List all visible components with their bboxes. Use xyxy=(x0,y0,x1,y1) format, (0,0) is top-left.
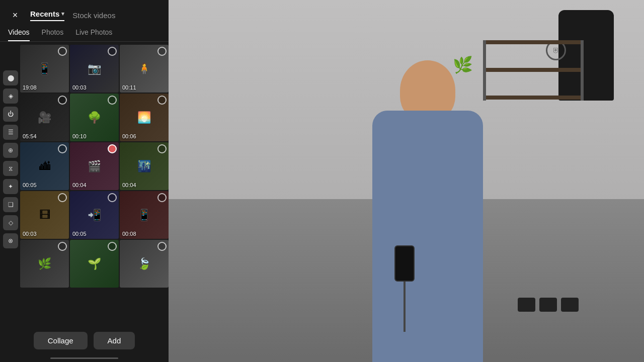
sidebar-icon-5[interactable]: ⧖ xyxy=(3,161,18,176)
thumb-duration-v3: 00:11 xyxy=(122,84,136,90)
thumb-duration-v4: 05:54 xyxy=(23,133,37,139)
thumb-select-v14[interactable] xyxy=(108,242,117,251)
sidebar-icon-6[interactable]: ✦ xyxy=(3,179,18,194)
phone-on-tripod xyxy=(394,245,415,282)
video-thumb-v15[interactable]: 🍃 xyxy=(120,240,169,288)
thumb-select-v8[interactable] xyxy=(108,144,117,153)
thumb-duration-v2: 00:03 xyxy=(72,84,87,90)
add-button[interactable]: Add xyxy=(94,332,135,349)
grid-row-3: 🏙00:05🎬00:04🌃00:04 xyxy=(20,142,169,190)
recents-dropdown[interactable]: Recents ▾ xyxy=(30,10,64,21)
tab-videos[interactable]: Videos xyxy=(8,28,30,41)
sidebar-icon-2[interactable]: ⏻ xyxy=(3,107,18,122)
thumb-select-v15[interactable] xyxy=(157,242,167,251)
recents-chevron-icon: ▾ xyxy=(61,11,64,17)
video-thumb-v4[interactable]: 🎥05:54 xyxy=(20,94,69,141)
thumb-duration-v5: 00:10 xyxy=(72,133,87,139)
thumb-duration-v1: 19:08 xyxy=(23,84,37,90)
thumb-duration-v9: 00:04 xyxy=(122,182,136,188)
person-body xyxy=(372,111,483,362)
media-tabs: Videos Photos Live Photos xyxy=(0,26,169,42)
thumb-select-v5[interactable] xyxy=(108,96,117,105)
grid-row-1: 📱19:08📷00:03🧍00:11 xyxy=(20,45,169,93)
sidebar-icon-7[interactable]: ❑ xyxy=(3,197,18,212)
grid-row-4: 🎞00:03📲00:05📱00:08 xyxy=(20,191,169,239)
camera-item-2 xyxy=(539,298,557,312)
recents-label: Recents xyxy=(30,10,59,18)
video-thumb-v12[interactable]: 📱00:08 xyxy=(120,191,169,239)
grid-row-5: 🌿🌱🍃 xyxy=(20,240,169,288)
sidebar-icon-9[interactable]: ⊗ xyxy=(3,233,18,248)
panel-header: × Recents ▾ Stock videos xyxy=(0,0,169,26)
thumb-select-v3[interactable] xyxy=(157,47,167,56)
sidebar-icon-1[interactable]: ◈ xyxy=(3,88,18,104)
sidebar-tools: ⬤ ◈ ⏻ ☰ ⊕ ⧖ ✦ ❑ ◇ ⊗ xyxy=(3,70,18,248)
thumb-select-v9[interactable] xyxy=(157,144,167,153)
thumb-select-v1[interactable] xyxy=(58,47,67,56)
thumb-select-v4[interactable] xyxy=(58,96,67,105)
thumb-duration-v10: 00:03 xyxy=(23,231,37,237)
camera-equipment xyxy=(518,298,579,312)
video-thumb-v8[interactable]: 🎬00:04 xyxy=(70,142,119,190)
thumb-duration-v6: 00:06 xyxy=(122,133,136,139)
person-figure xyxy=(322,60,533,362)
video-thumb-v14[interactable]: 🌱 xyxy=(70,240,119,288)
video-preview-panel: ⛨ 🌿 xyxy=(169,0,644,362)
video-thumb-v11[interactable]: 📲00:05 xyxy=(70,191,119,239)
media-picker-panel: × Recents ▾ Stock videos Videos Photos L… xyxy=(0,0,169,362)
video-thumb-v2[interactable]: 📷00:03 xyxy=(70,45,119,93)
thumb-select-v6[interactable] xyxy=(157,96,167,105)
collage-button[interactable]: Collage xyxy=(34,332,88,349)
camera-item-1 xyxy=(518,298,535,312)
bottom-action-bar: Collage Add xyxy=(0,326,169,357)
tab-live-photos[interactable]: Live Photos xyxy=(75,28,112,41)
video-thumb-v5[interactable]: 🌳00:10 xyxy=(70,94,119,141)
close-button[interactable]: × xyxy=(8,8,22,22)
tab-photos[interactable]: Photos xyxy=(42,28,64,41)
thumb-select-v11[interactable] xyxy=(108,193,117,202)
sidebar-icon-3[interactable]: ☰ xyxy=(3,125,18,140)
thumb-duration-v12: 00:08 xyxy=(122,231,136,237)
scroll-indicator xyxy=(50,357,118,359)
video-thumb-v13[interactable]: 🌿 xyxy=(20,240,69,288)
thumb-duration-v11: 00:05 xyxy=(72,231,87,237)
video-thumb-v10[interactable]: 🎞00:03 xyxy=(20,191,69,239)
video-thumb-v6[interactable]: 🌅00:06 xyxy=(120,94,169,141)
thumb-select-v12[interactable] xyxy=(157,193,167,202)
thumb-select-v7[interactable] xyxy=(58,144,67,153)
stock-videos-button[interactable]: Stock videos xyxy=(72,11,115,20)
video-thumb-v3[interactable]: 🧍00:11 xyxy=(120,45,169,93)
video-thumb-v7[interactable]: 🏙00:05 xyxy=(20,142,69,190)
grid-row-2: 🎥05:54🌳00:10🌅00:06 xyxy=(20,94,169,141)
shelf-board-top xyxy=(486,40,581,44)
video-thumb-v1[interactable]: 📱19:08 xyxy=(20,45,69,93)
tripod-mount xyxy=(394,245,415,332)
thumb-duration-v8: 00:04 xyxy=(72,182,87,188)
thumb-select-v2[interactable] xyxy=(108,47,117,56)
camera-item-3 xyxy=(561,298,579,312)
video-grid: 📱19:08📷00:03🧍00:11🎥05:54🌳00:10🌅00:06🏙00:… xyxy=(0,42,169,326)
thumb-select-v13[interactable] xyxy=(58,242,67,251)
video-thumb-v9[interactable]: 🌃00:04 xyxy=(120,142,169,190)
sidebar-icon-8[interactable]: ◇ xyxy=(3,215,18,230)
tripod-pole xyxy=(404,282,406,332)
sidebar-icon-4[interactable]: ⊕ xyxy=(3,143,18,158)
sidebar-icon-0[interactable]: ⬤ xyxy=(3,70,18,85)
thumb-select-v10[interactable] xyxy=(58,193,67,202)
thumb-duration-v7: 00:05 xyxy=(23,182,37,188)
